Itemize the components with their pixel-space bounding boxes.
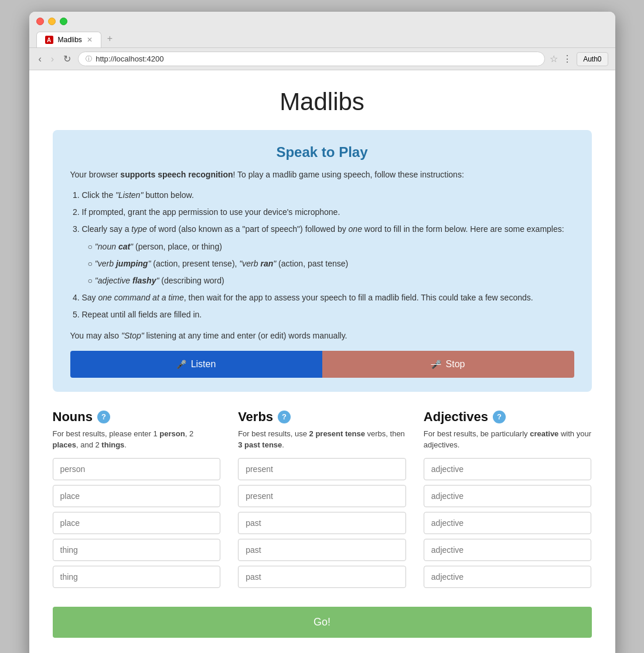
nouns-help-icon[interactable]: ? [97, 411, 110, 423]
noun-place2-input[interactable] [53, 512, 221, 534]
adj2-input[interactable] [424, 485, 592, 507]
verbs-hint: For best results, use 2 present tense ve… [238, 428, 406, 451]
adjectives-hint: For best results, be particularly creati… [424, 428, 592, 451]
instruction-1: Click the "Listen" button below. [82, 188, 574, 203]
minimize-button[interactable] [48, 18, 56, 25]
instructions-list: Click the "Listen" button below. If prom… [82, 188, 574, 323]
noun-thing1-input[interactable] [53, 539, 221, 561]
fields-section: Nouns ? For best results, please enter 1… [53, 409, 592, 593]
verbs-title: Verbs [238, 409, 273, 425]
lock-icon: ⓘ [86, 54, 92, 63]
verb-past3-input[interactable] [238, 566, 406, 588]
verbs-heading: Verbs ? [238, 409, 406, 425]
verb-past1-input[interactable] [238, 512, 406, 534]
stop-label: Stop [446, 359, 465, 370]
speak-intro: Your browser supports speech recognition… [70, 169, 574, 181]
nouns-title: Nouns [53, 409, 93, 425]
tab-close-icon[interactable]: ✕ [87, 36, 93, 44]
url-bar[interactable]: ⓘ http://localhost:4200 [78, 52, 545, 66]
tab-title: Madlibs [58, 36, 82, 44]
nouns-group: Nouns ? For best results, please enter 1… [53, 409, 221, 593]
adj1-input[interactable] [424, 458, 592, 480]
forward-button[interactable]: › [49, 53, 56, 66]
noun-thing2-input[interactable] [53, 566, 221, 588]
browser-tab[interactable]: A Madlibs ✕ [36, 32, 101, 47]
fullscreen-button[interactable] [60, 18, 67, 25]
example-3: "adjective flashy" (describing word) [88, 273, 574, 288]
speech-bold: supports speech recognition [120, 170, 233, 179]
nouns-hint: For best results, please enter 1 person,… [53, 428, 221, 451]
verbs-help-icon[interactable]: ? [278, 411, 291, 423]
page-content: Madlibs Speak to Play Your browser suppo… [29, 70, 615, 653]
verbs-group: Verbs ? For best results, use 2 present … [238, 409, 406, 593]
nav-bar: ‹ › ↻ ⓘ http://localhost:4200 ☆ ⋮ Auth0 [29, 48, 615, 70]
adj4-input[interactable] [424, 539, 592, 561]
page-title: Madlibs [53, 88, 592, 116]
stop-mic-icon [431, 359, 441, 370]
verb-past2-input[interactable] [238, 539, 406, 561]
url-text: http://localhost:4200 [96, 54, 163, 63]
listen-label: Listen [191, 359, 216, 370]
nouns-heading: Nouns ? [53, 409, 221, 425]
browser-chrome: A Madlibs ✕ + [29, 12, 615, 48]
instruction-4: Say one command at a time, then wait for… [82, 290, 574, 305]
adjectives-group: Adjectives ? For best results, be partic… [424, 409, 592, 593]
adjectives-help-icon[interactable]: ? [493, 411, 506, 423]
tab-favicon: A [45, 36, 53, 44]
verb-present2-input[interactable] [238, 485, 406, 507]
example-1: "noun cat" (person, place, or thing) [88, 240, 574, 254]
speak-box: Speak to Play Your browser supports spee… [53, 130, 592, 392]
noun-person-input[interactable] [53, 458, 221, 480]
back-button[interactable]: ‹ [36, 53, 44, 66]
bookmark-icon[interactable]: ☆ [550, 53, 558, 64]
stop-note: You may also "Stop" listening at any tim… [70, 331, 574, 340]
instruction-2: If prompted, grant the app permission to… [82, 205, 574, 220]
menu-icon[interactable]: ⋮ [563, 53, 572, 64]
instruction-3: Clearly say a type of word (also known a… [82, 222, 574, 288]
adjectives-heading: Adjectives ? [424, 409, 592, 425]
instruction-5: Repeat until all fields are filled in. [82, 307, 574, 322]
examples-list: "noun cat" (person, place, or thing) "ve… [88, 240, 574, 289]
close-button[interactable] [36, 18, 44, 25]
new-tab-button[interactable]: + [101, 30, 118, 47]
example-2: "verb jumping" (action, present tense), … [88, 257, 574, 271]
browser-window: A Madlibs ✕ + ‹ › ↻ ⓘ http://localhost:4… [29, 12, 615, 653]
mic-icon [176, 359, 186, 370]
adjectives-title: Adjectives [424, 409, 488, 425]
tab-bar: A Madlibs ✕ + [36, 30, 608, 47]
go-button[interactable]: Go! [53, 607, 592, 638]
reload-button[interactable]: ↻ [61, 52, 73, 66]
stop-button[interactable]: Stop [322, 351, 574, 378]
noun-place1-input[interactable] [53, 485, 221, 507]
adj5-input[interactable] [424, 566, 592, 588]
auth0-button[interactable]: Auth0 [577, 52, 608, 66]
adj3-input[interactable] [424, 512, 592, 534]
speak-title: Speak to Play [70, 144, 574, 160]
btn-row: Listen Stop [70, 351, 574, 378]
listen-button[interactable]: Listen [70, 351, 322, 378]
traffic-lights [36, 18, 608, 25]
verb-present1-input[interactable] [238, 458, 406, 480]
